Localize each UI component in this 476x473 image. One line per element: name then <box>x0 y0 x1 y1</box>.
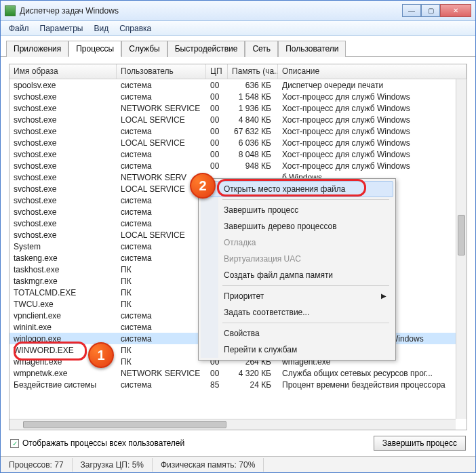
maximize-button[interactable]: ▢ <box>421 4 440 17</box>
ctx-uac-virtualization[interactable]: Виртуализация UAC <box>201 251 393 267</box>
tab-applications[interactable]: Приложения <box>6 41 68 57</box>
ctx-goto-services[interactable]: Перейти к службам <box>201 342 393 358</box>
tab-users[interactable]: Пользователи <box>278 41 346 57</box>
cell-desc: Хост-процесс для служб Windows <box>278 91 456 102</box>
cell-user: LOCAL SERVICE <box>117 230 206 241</box>
close-button[interactable]: ✕ <box>440 4 471 17</box>
app-icon <box>5 5 16 16</box>
cell-user: ПК <box>117 356 206 367</box>
tab-services[interactable]: Службы <box>121 41 167 57</box>
cell-desc: Хост-процесс для служб Windows <box>278 115 456 125</box>
col-image[interactable]: Имя образа <box>9 64 117 79</box>
ctx-priority[interactable]: Приоритет▶ <box>201 288 393 304</box>
cell-user: ПК <box>117 287 206 298</box>
table-row[interactable]: spoolsv.exeсистема00636 КБДиспетчер очер… <box>9 79 456 91</box>
cell-img: taskhost.exe <box>9 264 117 275</box>
ctx-set-affinity[interactable]: Задать соответствие... <box>201 304 393 321</box>
cell-user: LOCAL SERVICE <box>117 138 206 148</box>
tabs: Приложения Процессы Службы Быстродействи… <box>1 36 475 57</box>
cell-img: taskeng.exe <box>9 253 117 264</box>
cell-cpu: 00 <box>206 368 228 379</box>
ctx-debug[interactable]: Отладка <box>201 234 393 251</box>
separator <box>222 199 389 200</box>
checkbox-label: Отображать процессы всех пользователей <box>22 438 184 448</box>
ctx-open-file-location[interactable]: Открыть место хранения файла <box>201 181 393 197</box>
menu-file[interactable]: Файл <box>3 22 35 35</box>
table-row[interactable]: wmpnetwk.exeNETWORK SERVICE004 320 КБСлу… <box>9 367 456 379</box>
separator <box>222 285 389 286</box>
minimize-button[interactable]: — <box>402 4 421 17</box>
tab-network[interactable]: Сеть <box>245 41 278 57</box>
ctx-create-dump[interactable]: Создать файл дампа памяти <box>201 267 393 283</box>
cell-img: svchost.exe <box>9 161 117 171</box>
below-table: ✓ Отображать процессы всех пользователей… <box>9 430 467 451</box>
scroll-thumb[interactable] <box>458 215 465 255</box>
table-row[interactable]: svchost.exeLOCAL SERVICE004 840 КБХост-п… <box>9 114 456 125</box>
cell-user: система <box>117 195 206 206</box>
table-row[interactable]: svchost.exeNETWORK SERVICE001 936 КБХост… <box>9 102 456 114</box>
cell-img: svchost.exe <box>9 195 117 206</box>
table-row[interactable]: svchost.exeсистема0067 632 КБХост-процес… <box>9 125 456 137</box>
cell-img: svchost.exe <box>9 91 117 102</box>
cell-cpu: 00 <box>206 138 228 148</box>
titlebar[interactable]: Диспетчер задач Windows — ▢ ✕ <box>1 1 475 21</box>
cell-user: ПК <box>117 264 206 275</box>
cell-user: система <box>117 241 206 252</box>
tab-processes[interactable]: Процессы <box>68 41 121 57</box>
cell-img: svchost.exe <box>9 218 117 229</box>
scroll-thumb[interactable] <box>23 421 226 428</box>
cell-img: svchost.exe <box>9 103 117 114</box>
cell-cpu: 85 <box>206 379 228 390</box>
cell-user: система <box>117 149 206 160</box>
table-row[interactable]: svchost.exeLOCAL SERVICE006 036 КБХост-п… <box>9 137 456 148</box>
table-header: Имя образа Пользователь ЦП Память (ча...… <box>9 64 467 79</box>
cell-user: система <box>117 310 206 321</box>
cell-user: NETWORK SERVICE <box>117 103 206 114</box>
cell-user: система <box>117 80 206 91</box>
col-user[interactable]: Пользователь <box>117 64 206 79</box>
col-cpu[interactable]: ЦП <box>206 64 228 79</box>
table-row[interactable]: svchost.exeсистема00948 КБХост-процесс д… <box>9 160 456 171</box>
table-row[interactable]: svchost.exeсистема001 548 КБХост-процесс… <box>9 91 456 102</box>
cell-user: система <box>117 207 206 218</box>
cell-user: система <box>117 322 206 333</box>
cell-mem: 8 048 КБ <box>228 149 278 160</box>
col-description[interactable]: Описание <box>278 64 467 79</box>
cell-mem: 24 КБ <box>228 379 278 390</box>
col-memory[interactable]: Память (ча... <box>228 64 278 79</box>
cell-img: svchost.exe <box>9 138 117 148</box>
cell-img: svchost.exe <box>9 149 117 160</box>
cell-user: ПК <box>117 299 206 310</box>
cell-mem: 6 036 КБ <box>228 138 278 148</box>
cell-desc: Диспетчер очереди печати <box>278 80 456 91</box>
table-row[interactable]: Бездействие системысистема8524 КБПроцент… <box>9 379 456 390</box>
cell-mem: 67 632 КБ <box>228 126 278 137</box>
cell-desc: Хост-процесс для служб Windows <box>278 149 456 160</box>
vertical-scrollbar[interactable] <box>456 79 467 419</box>
cell-desc: Хост-процесс для служб Windows <box>278 138 456 148</box>
cell-mem: 4 320 КБ <box>228 368 278 379</box>
cell-cpu: 00 <box>206 149 228 160</box>
show-all-users-checkbox[interactable]: ✓ Отображать процессы всех пользователей <box>10 438 184 448</box>
cell-img: taskmgr.exe <box>9 276 117 287</box>
table-row[interactable]: svchost.exeсистема008 048 КБХост-процесс… <box>9 148 456 160</box>
cell-user: система <box>117 91 206 102</box>
tab-performance[interactable]: Быстродействие <box>167 41 245 57</box>
horizontal-scrollbar[interactable] <box>9 419 456 430</box>
ctx-priority-label: Приоритет <box>224 291 264 301</box>
chevron-right-icon: ▶ <box>381 292 386 300</box>
menu-help[interactable]: Справка <box>114 22 157 35</box>
cell-user: LOCAL SERVICE <box>117 115 206 125</box>
cell-img: spoolsv.exe <box>9 80 117 91</box>
menu-options[interactable]: Параметры <box>35 22 89 35</box>
cell-cpu: 00 <box>206 126 228 137</box>
end-process-button[interactable]: Завершить процесс <box>374 436 466 451</box>
cell-cpu: 00 <box>206 115 228 125</box>
callout-2: 2 <box>190 173 216 199</box>
ctx-end-process[interactable]: Завершить процесс <box>201 202 393 218</box>
cell-user: NETWORK SERVICE <box>117 368 206 379</box>
ctx-end-process-tree[interactable]: Завершить дерево процессов <box>201 218 393 234</box>
menu-view[interactable]: Вид <box>88 22 114 35</box>
ctx-properties[interactable]: Свойства <box>201 325 393 342</box>
cell-desc: Хост-процесс для служб Windows <box>278 103 456 114</box>
